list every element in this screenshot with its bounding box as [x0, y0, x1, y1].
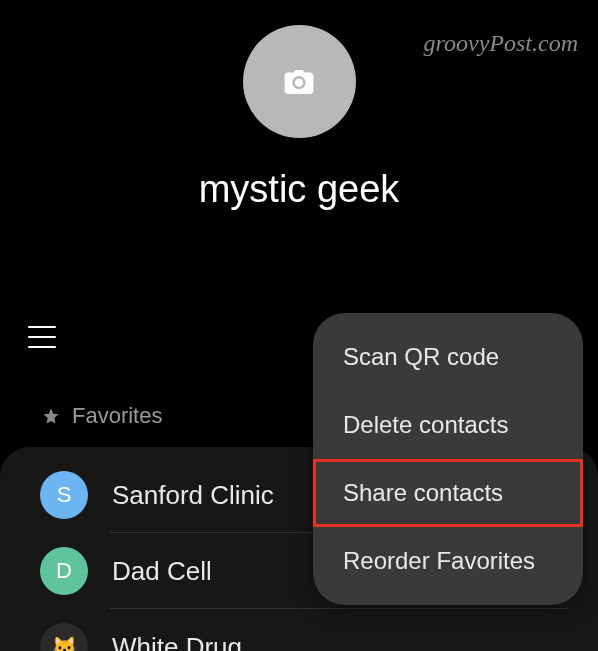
star-icon — [42, 407, 60, 425]
watermark-text: groovyPost.com — [424, 30, 578, 57]
menu-item-reorder-favorites[interactable]: Reorder Favorites — [313, 527, 583, 595]
contact-name: White Drug — [112, 632, 242, 652]
contact-avatar: S — [40, 471, 88, 519]
favorites-label: Favorites — [72, 403, 162, 429]
contact-name: Dad Cell — [112, 556, 212, 587]
contact-name: Sanford Clinic — [112, 480, 274, 511]
menu-item-scan-qr[interactable]: Scan QR code — [313, 323, 583, 391]
hamburger-menu-icon[interactable] — [28, 326, 56, 348]
contact-row[interactable]: 🐱 White Drug — [0, 609, 598, 651]
profile-name: mystic geek — [199, 168, 400, 211]
contact-avatar: D — [40, 547, 88, 595]
camera-icon — [284, 70, 314, 94]
overflow-menu: Scan QR code Delete contacts Share conta… — [313, 313, 583, 605]
menu-item-share-contacts[interactable]: Share contacts — [313, 459, 583, 527]
menu-item-delete-contacts[interactable]: Delete contacts — [313, 391, 583, 459]
profile-avatar[interactable] — [243, 25, 356, 138]
contact-avatar: 🐱 — [40, 623, 88, 651]
